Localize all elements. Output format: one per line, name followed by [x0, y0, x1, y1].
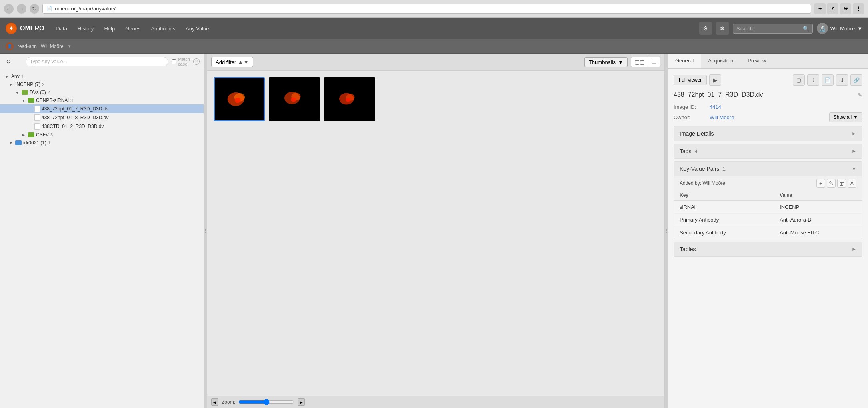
- back-button[interactable]: ←: [4, 4, 14, 14]
- idr0021-folder-icon: [15, 140, 22, 145]
- thumbnails-dropdown[interactable]: Thumbnails ▼: [584, 57, 628, 67]
- owner-value[interactable]: Will Moõre: [710, 114, 734, 120]
- user-area[interactable]: 🔬 Will Moõre ▼: [817, 23, 862, 34]
- image-name-text: 438_72hpt_01_7_R3D_D3D.dv: [674, 91, 763, 98]
- tree-item-count-cenpb: 3: [70, 98, 73, 103]
- thumbnails-area: [207, 71, 664, 396]
- snowflake-icon[interactable]: ❄: [716, 22, 729, 35]
- tree-item-count-idr0021: 1: [48, 140, 50, 145]
- scroll-left-button[interactable]: ◀: [211, 398, 218, 406]
- tree-item-file3[interactable]: 438CTR_01_2_R3D_D3D.dv: [0, 122, 204, 131]
- tree-item-any[interactable]: ▼ Any 1: [0, 72, 204, 80]
- kv-delete-button[interactable]: 🗑: [837, 179, 846, 188]
- middle-panel: Add filter ▲▼ Thumbnails ▼ ▢▢ ☰: [207, 54, 665, 408]
- kv-value-1: INCENP: [774, 201, 862, 214]
- tree-item-label-file1: 438_72hpt_01_7_R3D_D3D.dv: [42, 106, 108, 112]
- nav-data[interactable]: Data: [52, 23, 71, 34]
- tree-item-count-any: 1: [21, 74, 24, 79]
- tree-item-file1[interactable]: 438_72hpt_01_7_R3D_D3D.dv: [0, 104, 204, 113]
- owner-label: Owner:: [674, 114, 706, 120]
- nav-any-value[interactable]: Any Value: [182, 23, 213, 34]
- image-details-section[interactable]: Image Details ►: [674, 126, 862, 141]
- help-icon[interactable]: ?: [193, 58, 200, 65]
- tree-arrow-any: ▼: [4, 74, 10, 79]
- nav-help[interactable]: Help: [100, 23, 119, 34]
- edit-icon[interactable]: ✎: [858, 92, 862, 98]
- header-search: 🔍: [733, 24, 813, 34]
- viewer-icon-btn[interactable]: ▶: [709, 74, 721, 86]
- tree-item-count-csfv: 3: [50, 132, 53, 137]
- match-case-label: Matchcase: [178, 57, 190, 66]
- svg-point-7: [291, 97, 296, 102]
- ext-btn-2[interactable]: Z: [827, 3, 838, 14]
- image-id-value[interactable]: 4414: [710, 104, 721, 110]
- tree-item-csfv[interactable]: ► CSFV 3: [0, 131, 204, 139]
- grid-view-button[interactable]: ▢▢: [631, 57, 648, 67]
- ext-btn-3[interactable]: ☀: [840, 3, 851, 14]
- tags-section[interactable]: Tags 4 ►: [674, 144, 862, 159]
- kv-title: Key-Value Pairs 1: [680, 166, 726, 172]
- search-input[interactable]: [736, 26, 800, 32]
- tree-item-dvs[interactable]: ▼ DVs (6) 2: [0, 88, 204, 96]
- kv-header[interactable]: Key-Value Pairs 1 ▼: [674, 162, 862, 176]
- scroll-right-button[interactable]: ▶: [298, 398, 305, 406]
- thumbnail-item-1[interactable]: [214, 77, 265, 121]
- thumbnail-item-2[interactable]: [269, 77, 320, 121]
- forward-button[interactable]: →: [17, 4, 26, 14]
- left-resizer[interactable]: [204, 54, 207, 408]
- user-avatar-icon: 🔬: [817, 23, 828, 34]
- address-bar[interactable]: 📄 omero.org/mapr/anyvalue/: [42, 4, 811, 14]
- script-icon-btn[interactable]: 📄: [822, 74, 834, 86]
- hierarchy-icon-btn[interactable]: ⁝: [807, 74, 819, 86]
- grid-icon-btn[interactable]: ▢: [793, 74, 805, 86]
- link-icon-btn[interactable]: 🔗: [850, 74, 862, 86]
- tree-item-file2[interactable]: 438_72hpt_01_8_R3D_D3D.dv: [0, 113, 204, 122]
- zoom-slider[interactable]: [238, 399, 294, 405]
- tables-section[interactable]: Tables ►: [674, 242, 862, 257]
- refresh-button[interactable]: ↻: [4, 57, 13, 66]
- image-details-arrow: ►: [852, 131, 856, 136]
- tab-general[interactable]: General: [668, 54, 701, 68]
- full-viewer-button[interactable]: Full viewer: [674, 75, 707, 85]
- csfv-folder-icon: [28, 132, 34, 137]
- ext-btn-1[interactable]: ✦: [814, 3, 826, 14]
- filter-area: Add filter ▲▼: [211, 57, 253, 67]
- tree-item-idr0021[interactable]: ▼ idr0021 (1) 1: [0, 139, 204, 147]
- match-case-checkbox[interactable]: [172, 59, 176, 64]
- tree-search-input[interactable]: [26, 57, 168, 66]
- kv-add-button[interactable]: +: [816, 179, 825, 188]
- kv-row-2[interactable]: Primary Antibody Anti-Aurora-B: [674, 214, 862, 226]
- kv-section: Key-Value Pairs 1 ▼ Added by: Will Moõre…: [674, 161, 862, 239]
- kv-close-button[interactable]: ✕: [848, 179, 856, 188]
- kv-row-3[interactable]: Secondary Antibody Anti-Mouse FITC: [674, 226, 862, 239]
- show-all-button[interactable]: Show all ▼: [829, 112, 862, 122]
- menu-button[interactable]: ⋮: [853, 3, 864, 14]
- download-icon-btn[interactable]: ⇓: [836, 74, 848, 86]
- tab-preview[interactable]: Preview: [740, 54, 773, 68]
- tree-container: ▼ Any 1 ▼ INCENP (7) 2 ▼ DVs (6) 2 ▼ CE: [0, 70, 204, 408]
- tree-item-cenpb[interactable]: ▼ CENPB-siRNAi 3: [0, 96, 204, 104]
- tree-item-label-file2: 438_72hpt_01_8_R3D_D3D.dv: [42, 115, 108, 120]
- tree-arrow-cenpb: ▼: [21, 98, 26, 103]
- nav-history[interactable]: History: [74, 23, 98, 34]
- tree-item-label-idr0021: idr0021 (1): [23, 140, 46, 146]
- tables-title: Tables: [680, 246, 696, 252]
- kv-row-1[interactable]: siRNAi INCENP: [674, 201, 862, 214]
- reload-button[interactable]: ↻: [30, 4, 39, 14]
- add-filter-button[interactable]: Add filter ▲▼: [211, 57, 253, 67]
- left-toolbar: ↻ Matchcase ?: [0, 54, 204, 70]
- user-bar-dropdown-icon[interactable]: ▼: [68, 44, 72, 48]
- right-resizer[interactable]: [665, 54, 668, 408]
- app-header: OMERO Data History Help Genes Antibodies…: [0, 18, 868, 39]
- tab-acquisition[interactable]: Acquisition: [701, 54, 740, 68]
- nav-antibodies[interactable]: Antibodies: [147, 23, 179, 34]
- middle-bottom-bar: ◀ Zoom: ▶: [207, 396, 664, 408]
- tree-item-count-dvs: 2: [48, 90, 50, 95]
- nav-genes[interactable]: Genes: [121, 23, 144, 34]
- list-view-button[interactable]: ☰: [648, 57, 660, 67]
- kv-edit-button[interactable]: ✎: [827, 179, 836, 188]
- tree-item-incenp[interactable]: ▼ INCENP (7) 2: [0, 80, 204, 88]
- tree-arrow-idr0021: ▼: [8, 141, 14, 145]
- thumbnail-item-3[interactable]: [324, 77, 375, 121]
- gear-icon[interactable]: ⚙: [699, 22, 712, 35]
